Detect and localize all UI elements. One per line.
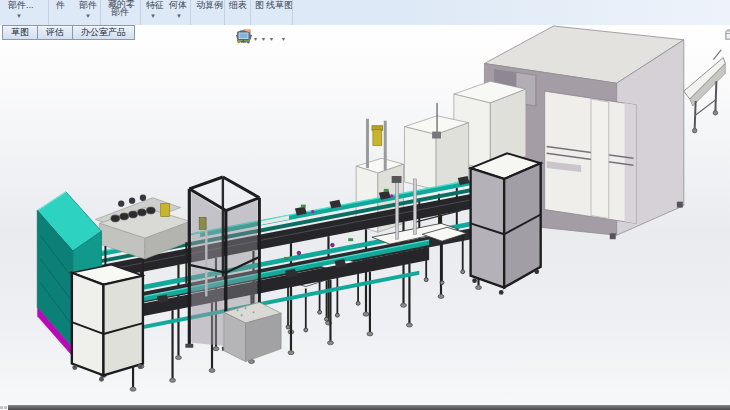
bottom-progress-bar[interactable] xyxy=(8,405,730,410)
cmd-explode-line-sketch-button[interactable]: 线草图 xyxy=(266,0,293,10)
toolbar-separator xyxy=(100,0,101,25)
dropdown-caret-icon[interactable]: ▾ xyxy=(262,35,265,42)
cmd-move-component-button[interactable]: 部件 xyxy=(79,0,97,10)
cmd-show-hidden-components-button-line2[interactable]: 部件 xyxy=(111,7,129,17)
toolbar-separator xyxy=(250,0,251,25)
toolbar-separator xyxy=(224,0,225,25)
commandmanager-tab-row: 草图 评估 办公室产品 xyxy=(2,25,134,40)
bottom-left-dot xyxy=(4,406,7,409)
tab-sketch[interactable]: 草图 xyxy=(2,25,38,40)
dropdown-caret-icon[interactable]: ▾ xyxy=(270,35,273,42)
cmd-insert-components-button[interactable]: 部件... xyxy=(8,0,34,10)
framed-panel-cabinet[interactable] xyxy=(471,153,541,295)
display-style-button[interactable]: ▾ xyxy=(260,29,266,47)
tab-office-products[interactable]: 办公室产品 xyxy=(72,25,135,40)
edit-appearance-button[interactable] xyxy=(276,29,278,47)
command-manager: 部件... 件 部件 藏的零 部件 特征 何体 动算例 细表 图 线草图 ▼ ▼… xyxy=(0,0,730,25)
dropdown-arrow-icon[interactable]: ▼ xyxy=(176,13,182,19)
dropdown-caret-icon[interactable]: ▾ xyxy=(254,35,257,42)
dropdown-arrow-icon[interactable]: ▼ xyxy=(150,13,156,19)
dropdown-arrow-icon[interactable]: ▼ xyxy=(16,13,22,19)
solidworks-window: 部件... 件 部件 藏的零 部件 特征 何体 动算例 细表 图 线草图 ▼ ▼… xyxy=(0,0,730,410)
toolbar-separator xyxy=(292,0,293,25)
cmd-exploded-view-button[interactable]: 图 xyxy=(255,0,264,10)
toolbar-separator xyxy=(140,0,141,25)
view-settings-button[interactable] xyxy=(288,29,290,47)
dropdown-caret-icon[interactable]: ▾ xyxy=(282,35,285,42)
outfeed-conveyor[interactable] xyxy=(684,50,725,133)
cmd-motion-study-button[interactable]: 动算例 xyxy=(196,0,223,10)
toolbar-separator xyxy=(190,0,191,25)
assembly-model[interactable] xyxy=(0,25,730,405)
cmd-assembly-features-button[interactable]: 特征 xyxy=(146,0,164,10)
bottom-left-dot xyxy=(0,406,3,409)
view-settings-icon xyxy=(236,29,251,44)
hide-show-items-button[interactable]: ▾ xyxy=(268,29,274,47)
cmd-fasteners-button[interactable]: 件 xyxy=(56,0,65,10)
storage-cabinet[interactable] xyxy=(72,265,143,382)
view-orientation-button[interactable]: ▾ xyxy=(252,29,258,47)
dropdown-arrow-icon[interactable]: ▼ xyxy=(85,13,91,19)
cmd-bill-of-materials-button[interactable]: 细表 xyxy=(229,0,247,10)
tab-evaluate[interactable]: 评估 xyxy=(37,25,73,40)
floor-junction-box[interactable] xyxy=(224,302,281,361)
window-menu-icon[interactable] xyxy=(725,29,730,40)
cmd-reference-geometry-button[interactable]: 何体 xyxy=(169,0,187,10)
graphics-area[interactable]: ▾ ▾ ▾ xyxy=(0,25,730,405)
heads-up-view-toolbar: ▾ ▾ ▾ xyxy=(236,29,290,47)
toolbar-separator xyxy=(48,0,49,25)
apply-scene-button[interactable]: ▾ xyxy=(280,29,286,47)
